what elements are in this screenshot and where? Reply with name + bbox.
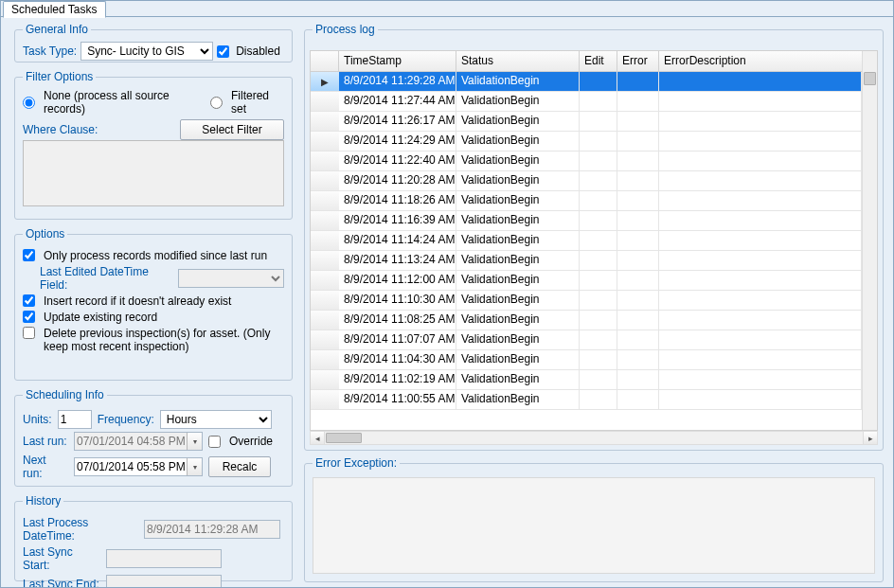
last-sync-start-value	[106, 549, 222, 568]
col-timestamp[interactable]: TimeStamp	[339, 51, 456, 71]
cell	[580, 370, 617, 389]
where-clause-textarea	[23, 140, 284, 206]
cell	[659, 350, 862, 369]
scrollbar-thumb[interactable]	[326, 433, 362, 443]
grid-body[interactable]: ▶8/9/2014 11:29:28 AMValidationBegin8/9/…	[311, 72, 862, 430]
update-record-checkbox[interactable]	[23, 311, 35, 323]
cell	[659, 370, 862, 389]
units-input[interactable]	[58, 410, 92, 429]
table-row[interactable]: 8/9/2014 11:13:24 AMValidationBegin	[311, 251, 862, 271]
history-legend: History	[23, 494, 63, 508]
disabled-label[interactable]: Disabled	[236, 45, 280, 58]
row-indicator-icon	[311, 251, 339, 270]
table-row[interactable]: 8/9/2014 11:10:30 AMValidationBegin	[311, 291, 862, 311]
next-run-datetime[interactable]	[74, 457, 203, 476]
table-row[interactable]: 8/9/2014 11:07:07 AMValidationBegin	[311, 330, 862, 350]
insert-record-label[interactable]: Insert record if it doesn't already exis…	[44, 294, 231, 308]
table-row[interactable]: ▶8/9/2014 11:29:28 AMValidationBegin	[311, 72, 862, 92]
cell	[659, 92, 862, 111]
cell	[580, 92, 617, 111]
row-header-col[interactable]	[311, 51, 339, 71]
scroll-right-icon[interactable]: ▸	[863, 432, 877, 444]
table-row[interactable]: 8/9/2014 11:16:39 AMValidationBegin	[311, 211, 862, 231]
cell	[580, 72, 617, 91]
cell: 8/9/2014 11:26:17 AM	[339, 112, 456, 131]
last-sync-end-value	[106, 575, 222, 588]
select-filter-button[interactable]: Select Filter	[180, 119, 284, 140]
cell	[659, 151, 862, 170]
cell: 8/9/2014 11:08:25 AM	[339, 311, 456, 330]
cell: ValidationBegin	[456, 151, 580, 170]
scrollbar-thumb[interactable]	[864, 72, 876, 85]
filter-none-radio[interactable]	[23, 97, 35, 109]
col-status[interactable]: Status	[456, 51, 580, 71]
calendar-dropdown-icon[interactable]: ▾	[187, 458, 202, 475]
delete-prev-checkbox[interactable]	[23, 327, 35, 339]
cell: ValidationBegin	[456, 92, 580, 111]
cell	[580, 330, 617, 349]
cell	[580, 390, 617, 409]
col-errordescription[interactable]: ErrorDescription	[659, 51, 877, 71]
table-row[interactable]: 8/9/2014 11:24:29 AMValidationBegin	[311, 132, 862, 151]
frequency-select[interactable]: Hours	[160, 410, 272, 429]
last-run-datetime	[74, 432, 203, 451]
row-indicator-icon	[311, 112, 339, 131]
table-row[interactable]: 8/9/2014 11:27:44 AMValidationBegin	[311, 92, 862, 112]
tab-content: General Info Task Type: Sync- Lucity to …	[3, 18, 891, 585]
table-row[interactable]: 8/9/2014 11:14:24 AMValidationBegin	[311, 231, 862, 251]
disabled-checkbox[interactable]	[217, 45, 229, 58]
table-row[interactable]: 8/9/2014 11:20:28 AMValidationBegin	[311, 171, 862, 191]
recalc-button[interactable]: Recalc	[208, 456, 271, 477]
table-row[interactable]: 8/9/2014 11:00:55 AMValidationBegin	[311, 390, 862, 410]
cell	[617, 251, 659, 270]
override-label[interactable]: Override	[229, 435, 273, 448]
filter-none-label[interactable]: None (process all source records)	[44, 89, 205, 116]
table-row[interactable]: 8/9/2014 11:26:17 AMValidationBegin	[311, 112, 862, 132]
cell: 8/9/2014 11:18:26 AM	[339, 191, 456, 210]
cell	[617, 330, 659, 349]
update-record-label[interactable]: Update existing record	[44, 311, 157, 324]
only-modified-checkbox[interactable]	[23, 249, 35, 261]
last-run-label: Last run:	[23, 435, 68, 448]
horizontal-scrollbar[interactable]: ◂ ▸	[310, 431, 878, 445]
insert-record-checkbox[interactable]	[23, 294, 35, 307]
cell	[617, 291, 659, 310]
cell	[617, 132, 659, 151]
table-row[interactable]: 8/9/2014 11:12:00 AMValidationBegin	[311, 271, 862, 291]
table-row[interactable]: 8/9/2014 11:08:25 AMValidationBegin	[311, 311, 862, 330]
col-error[interactable]: Error	[617, 51, 659, 71]
table-row[interactable]: 8/9/2014 11:22:40 AMValidationBegin	[311, 151, 862, 171]
units-label: Units:	[23, 413, 52, 426]
cell: 8/9/2014 11:00:55 AM	[339, 390, 456, 409]
process-log-grid[interactable]: TimeStamp Status Edit Error ErrorDescrip…	[310, 50, 878, 431]
only-modified-label[interactable]: Only process records modified since last…	[44, 249, 267, 262]
row-indicator-icon	[311, 350, 339, 369]
process-log-legend: Process log	[313, 23, 378, 36]
filter-options-fieldset: Filter Options None (process all source …	[14, 70, 293, 220]
last-edited-field-select[interactable]	[178, 269, 284, 288]
cell: 8/9/2014 11:16:39 AM	[339, 211, 456, 230]
last-sync-end-label: Last Sync End:	[23, 578, 100, 588]
row-indicator-icon	[311, 171, 339, 190]
cell: 8/9/2014 11:22:40 AM	[339, 151, 456, 170]
filter-filtered-radio[interactable]	[210, 97, 223, 109]
task-type-select[interactable]: Sync- Lucity to GIS	[80, 42, 213, 61]
error-exception-fieldset: Error Exception:	[304, 456, 884, 582]
filter-filtered-label[interactable]: Filtered set	[231, 89, 284, 116]
tab-scheduled-tasks[interactable]: Scheduled Tasks	[3, 1, 106, 18]
vertical-scrollbar[interactable]	[862, 51, 877, 430]
table-row[interactable]: 8/9/2014 11:04:30 AMValidationBegin	[311, 350, 862, 370]
delete-prev-label[interactable]: Delete previous inspection(s) for asset.…	[44, 327, 280, 353]
scroll-left-icon[interactable]: ◂	[311, 432, 325, 444]
frequency-label: Frequency:	[98, 413, 154, 426]
override-checkbox[interactable]	[208, 436, 221, 448]
table-row[interactable]: 8/9/2014 11:02:19 AMValidationBegin	[311, 370, 862, 390]
table-row[interactable]: 8/9/2014 11:18:26 AMValidationBegin	[311, 191, 862, 211]
calendar-dropdown-icon[interactable]: ▾	[187, 433, 202, 450]
cell	[580, 191, 617, 210]
cell: ValidationBegin	[456, 390, 580, 409]
task-type-label: Task Type:	[23, 45, 77, 58]
cell: ValidationBegin	[456, 171, 580, 190]
cell	[659, 390, 862, 409]
col-edit[interactable]: Edit	[580, 51, 617, 71]
